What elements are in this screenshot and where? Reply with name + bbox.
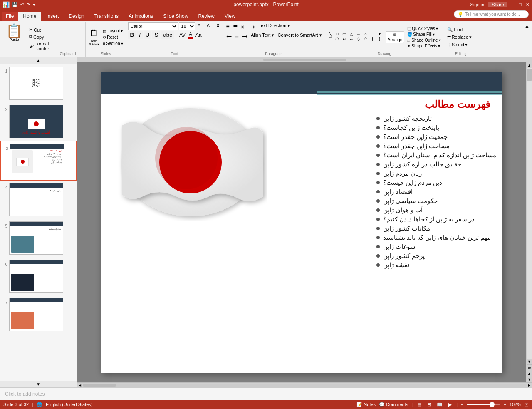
tab-transitions[interactable]: Transitions: [89, 12, 124, 21]
minimize-button[interactable]: ─: [512, 2, 515, 7]
tab-home[interactable]: Home: [18, 12, 41, 21]
zoom-out-btn[interactable]: −: [461, 402, 463, 407]
notes-button[interactable]: 📝 Notes: [356, 402, 376, 407]
cut-button[interactable]: ✂ Cut: [28, 27, 50, 33]
tab-file[interactable]: File: [2, 12, 18, 21]
tab-animations[interactable]: Animations: [124, 12, 158, 21]
tab-insert[interactable]: Insert: [41, 12, 64, 21]
replace-button[interactable]: ⇄ Replace ▾: [446, 34, 476, 40]
shape-brace2[interactable]: }: [376, 37, 383, 42]
layout-button[interactable]: ▤ Layout ▾: [101, 28, 124, 34]
reset-button[interactable]: ↺ Reset: [101, 35, 124, 40]
shape-arrow[interactable]: →: [355, 32, 362, 36]
find-button[interactable]: 🔍 Find: [446, 27, 476, 33]
slide-canvas-container[interactable]: فهرست مطالب تاریخچه کشور ژاپن پایتخت ژاپ…: [77, 62, 526, 382]
shape-line[interactable]: ╲: [327, 32, 334, 36]
align-text-button[interactable]: Align Text ▾: [250, 32, 276, 41]
undo-button[interactable]: ↶: [20, 2, 24, 7]
right-scrollbar[interactable]: ▲ ▼ ⊕ ▲ ▼: [526, 62, 532, 382]
shape-arc[interactable]: ◠: [334, 37, 341, 42]
italic-button[interactable]: I: [137, 31, 143, 39]
reading-view-btn[interactable]: 📖: [435, 402, 444, 408]
shape-more[interactable]: ⋯: [369, 32, 376, 36]
shapes-more[interactable]: ▾: [376, 32, 383, 36]
shape-rect2[interactable]: ▭: [341, 32, 348, 36]
tab-review[interactable]: Review: [193, 12, 219, 21]
comments-button[interactable]: 💬 Comments: [379, 402, 408, 407]
shape-bend[interactable]: ↩: [341, 37, 348, 42]
decrease-font-button[interactable]: A↓: [205, 22, 214, 30]
tab-design[interactable]: Design: [64, 12, 89, 21]
shape-oval[interactable]: ○: [362, 32, 369, 36]
font-color-button[interactable]: A: [188, 31, 193, 39]
save-button[interactable]: 💾: [12, 2, 18, 7]
signin-link[interactable]: Sign in: [470, 2, 485, 7]
shape-brace[interactable]: {: [369, 37, 376, 42]
scroll-prev-slide[interactable]: ▲: [527, 371, 532, 377]
redo-button[interactable]: ↷: [27, 2, 30, 7]
zoom-handle[interactable]: [490, 402, 495, 407]
align-left-button[interactable]: ⬅: [225, 32, 233, 41]
slide-thumbnail-1[interactable]: 1 ﷽: [0, 64, 77, 102]
zoom-in-btn[interactable]: +: [503, 402, 506, 407]
arrange-button[interactable]: ⧉ Arrange: [386, 31, 405, 43]
hscroll-thumb[interactable]: [83, 384, 116, 387]
scroll-thumb[interactable]: [527, 69, 532, 81]
copy-button[interactable]: ⧉ Copy: [28, 34, 50, 40]
font-family-select[interactable]: Calibri: [128, 22, 178, 30]
notes-bar[interactable]: Click to add notes: [0, 387, 532, 400]
slide-thumbnail-2[interactable]: 2 آشنایی با کشور ژاپن: [0, 102, 77, 141]
decrease-indent-button[interactable]: ⇤: [240, 22, 248, 31]
quick-styles-button[interactable]: ◫ Quick Styles ▾: [406, 26, 442, 31]
align-center-button[interactable]: ≡: [234, 32, 240, 41]
scroll-up-btn[interactable]: ▲: [527, 62, 532, 68]
shape-diamond[interactable]: ◇: [355, 37, 362, 42]
font-size-label-button[interactable]: Aa: [194, 32, 203, 38]
bold-button[interactable]: B: [128, 31, 136, 39]
font-size-select[interactable]: 18: [179, 22, 195, 30]
bullets-button[interactable]: ≡: [225, 22, 231, 31]
slide-thumbnail-6[interactable]: 6: [0, 257, 77, 295]
collapse-ribbon[interactable]: ▲: [523, 22, 531, 57]
slide-sorter-btn[interactable]: ⊞: [426, 402, 432, 408]
paste-button[interactable]: 📋 Paste: [2, 22, 26, 56]
clear-format-button[interactable]: ✗: [215, 22, 221, 30]
quick-access-toolbar[interactable]: 📊 💾 ↶ ↷ ▾: [2, 1, 35, 8]
tab-slide-show[interactable]: Slide Show: [158, 12, 193, 21]
underline-button[interactable]: U: [144, 31, 152, 39]
scroll-next-slide[interactable]: ▼: [527, 377, 532, 382]
normal-view-btn[interactable]: ▤: [416, 402, 423, 408]
increase-indent-button[interactable]: ⇥: [249, 22, 257, 31]
char-spacing-button[interactable]: AV: [178, 32, 187, 38]
quick-access-dropdown[interactable]: ▾: [33, 2, 35, 7]
fit-slide-btn[interactable]: ⊡: [525, 402, 529, 407]
section-button[interactable]: ≡ Section ▾: [101, 41, 124, 46]
window-controls[interactable]: Sign in Share ─ □ ✕: [470, 2, 530, 7]
shape-db-arrow[interactable]: ↔: [348, 37, 355, 42]
shape-outline-button[interactable]: ▱ Shape Outline ▾: [406, 37, 442, 43]
hscroll-left[interactable]: ◄: [78, 383, 82, 387]
slides-scroll-up[interactable]: ▲: [0, 57, 77, 64]
shape-fill-button[interactable]: 🪣 Shape Fill ▾: [406, 32, 442, 37]
text-direction-button[interactable]: Text Direction ▾: [257, 22, 292, 31]
shape-curve[interactable]: ⌒: [327, 37, 334, 42]
top-scrollbar[interactable]: [77, 57, 532, 62]
bottom-scrollbar[interactable]: ◄ ►: [77, 382, 532, 387]
maximize-button[interactable]: □: [519, 2, 522, 7]
format-painter-button[interactable]: 🖌 Format Painter: [28, 41, 50, 52]
tell-me-box[interactable]: 💡 Tell me what you want to do...: [454, 10, 529, 18]
align-right-button[interactable]: ➡: [241, 32, 249, 41]
increase-font-button[interactable]: A↑: [196, 22, 205, 30]
share-button[interactable]: Share: [488, 2, 507, 7]
slide-thumbnail-4[interactable]: 4 متن اسلاید ۴: [0, 181, 77, 219]
tab-view[interactable]: View: [220, 12, 240, 21]
zoom-slider[interactable]: [467, 404, 500, 405]
hscroll-right[interactable]: ►: [527, 383, 531, 387]
smartart-button[interactable]: Convert to SmartArt ▾: [276, 32, 323, 41]
strikethrough-button[interactable]: S: [152, 31, 160, 39]
slideshow-btn[interactable]: ▶: [447, 402, 453, 408]
close-button[interactable]: ✕: [526, 2, 530, 7]
shadow-button[interactable]: abc: [161, 31, 174, 39]
scroll-down-btn[interactable]: ▼: [527, 359, 532, 364]
new-slide-button[interactable]: 🗒 New Slide ▾: [87, 27, 101, 47]
